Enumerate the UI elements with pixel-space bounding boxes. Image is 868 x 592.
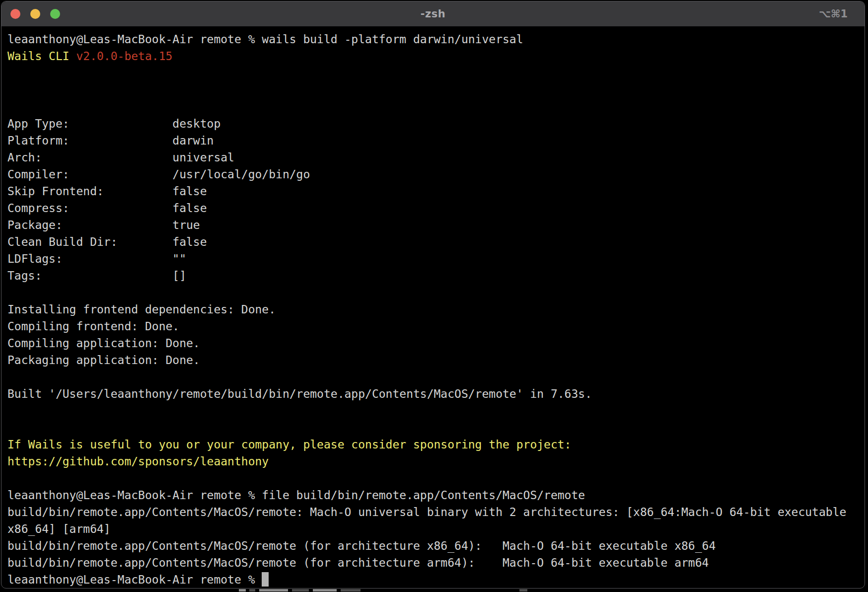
terminal-line: LDFlags: "": [7, 250, 859, 267]
terminal-text: Skip Frontend: false: [7, 185, 207, 198]
traffic-lights: [10, 1, 60, 26]
terminal-text: Built '/Users/leaanthony/remote/build/bi…: [7, 387, 592, 400]
terminal-line: Compiler: /usr/local/go/bin/go: [7, 166, 859, 183]
terminal-text: Installing frontend dependencies: Done.: [7, 303, 276, 316]
terminal-line: Wails CLI v2.0.0-beta.15: [7, 48, 859, 65]
terminal-text: Platform: darwin: [7, 134, 214, 147]
terminal-text: https://github.com/sponsors/leaanthony: [7, 455, 269, 468]
terminal-line: leaanthony@Leas-MacBook-Air remote % fil…: [7, 487, 859, 504]
terminal-line: [7, 81, 859, 98]
terminal-line: [7, 402, 859, 419]
terminal-text: Wails CLI: [7, 50, 76, 63]
terminal-text: build/bin/remote.app/Contents/MacOS/remo…: [7, 539, 716, 552]
terminal-text: leaanthony@Leas-MacBook-Air remote % fil…: [7, 489, 585, 502]
terminal-line: Platform: darwin: [7, 132, 859, 149]
terminal-line: build/bin/remote.app/Contents/MacOS/remo…: [7, 554, 859, 571]
terminal-line: [7, 419, 859, 436]
terminal-line: If Wails is useful to you or your compan…: [7, 436, 859, 453]
terminal-text: v2.0.0-beta.15: [76, 50, 172, 63]
terminal-text: Clean Build Dir: false: [7, 235, 207, 248]
terminal-line: App Type: desktop: [7, 115, 859, 132]
window-titlebar[interactable]: -zsh ⌥⌘1: [1, 1, 865, 26]
zoom-button[interactable]: [50, 9, 60, 19]
terminal-text: Tags: []: [7, 269, 186, 282]
terminal-line: Package: true: [7, 217, 859, 233]
terminal-line: leaanthony@Leas-MacBook-Air remote % wai…: [7, 31, 859, 48]
window-title: -zsh: [1, 8, 865, 20]
terminal-line: build/bin/remote.app/Contents/MacOS/remo…: [7, 537, 859, 554]
terminal-line: Compiling application: Done.: [7, 335, 859, 352]
terminal-text: Compiler: /usr/local/go/bin/go: [7, 168, 310, 181]
terminal-line: [7, 98, 859, 115]
text-cursor: [262, 572, 269, 587]
terminal-line: Arch: universal: [7, 149, 859, 166]
terminal-text: Arch: universal: [7, 151, 234, 164]
terminal-line: Installing frontend dependencies: Done.: [7, 301, 859, 318]
terminal-line: [7, 369, 859, 385]
terminal-text: leaanthony@Leas-MacBook-Air remote % wai…: [7, 33, 523, 46]
terminal-line: [7, 65, 859, 81]
terminal-line: Tags: []: [7, 267, 859, 284]
terminal-text: LDFlags: "": [7, 252, 186, 265]
terminal-line: [7, 284, 859, 301]
terminal-text: build/bin/remote.app/Contents/MacOS/remo…: [7, 506, 846, 518]
terminal-text: Compiling frontend: Done.: [7, 320, 179, 333]
terminal-line: x86_64] [arm64]: [7, 520, 859, 537]
terminal-line: build/bin/remote.app/Contents/MacOS/remo…: [7, 504, 859, 520]
terminal-text: Packaging application: Done.: [7, 354, 200, 367]
terminal-line: Built '/Users/leaanthony/remote/build/bi…: [7, 385, 859, 402]
terminal-text: App Type: desktop: [7, 117, 220, 130]
close-button[interactable]: [10, 9, 20, 19]
terminal-text: Package: true: [7, 219, 200, 231]
terminal-text: Compress: false: [7, 202, 207, 215]
terminal-output[interactable]: leaanthony@Leas-MacBook-Air remote % wai…: [1, 26, 865, 588]
minimize-button[interactable]: [30, 9, 40, 19]
terminal-text: If Wails is useful to you or your compan…: [7, 438, 571, 451]
background-window-sliver: [0, 589, 868, 592]
terminal-text: build/bin/remote.app/Contents/MacOS/remo…: [7, 556, 709, 569]
terminal-line: Packaging application: Done.: [7, 352, 859, 369]
terminal-window: -zsh ⌥⌘1 leaanthony@Leas-MacBook-Air rem…: [1, 1, 865, 589]
terminal-line: Compress: false: [7, 200, 859, 217]
terminal-text: x86_64] [arm64]: [7, 522, 111, 535]
terminal-line: Compiling frontend: Done.: [7, 318, 859, 335]
terminal-line: leaanthony@Leas-MacBook-Air remote %: [7, 571, 859, 588]
terminal-text: Compiling application: Done.: [7, 337, 200, 350]
terminal-line: [7, 470, 859, 487]
terminal-text: leaanthony@Leas-MacBook-Air remote %: [7, 573, 262, 586]
terminal-line: Clean Build Dir: false: [7, 233, 859, 250]
terminal-line: https://github.com/sponsors/leaanthony: [7, 453, 859, 470]
terminal-line: Skip Frontend: false: [7, 183, 859, 200]
window-shortcut-badge: ⌥⌘1: [819, 1, 848, 26]
